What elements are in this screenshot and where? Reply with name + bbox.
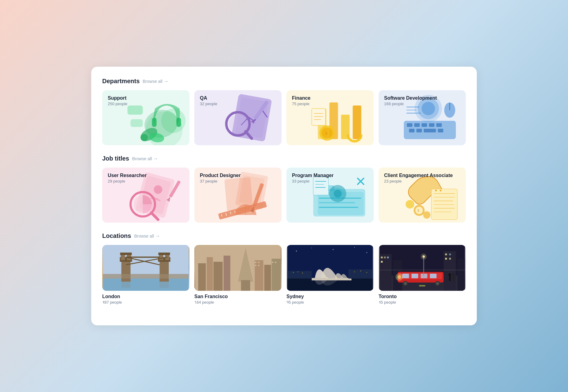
job-count-program-manager: 33 people — [292, 179, 334, 183]
svg-rect-25 — [312, 109, 326, 125]
svg-point-13 — [229, 115, 247, 133]
svg-rect-129 — [272, 262, 273, 263]
departments-browse-all[interactable]: Browse all → — [143, 79, 169, 84]
svg-rect-165 — [449, 258, 451, 260]
dept-card-finance[interactable]: Finance 75 people $ — [286, 90, 374, 145]
svg-rect-119 — [224, 256, 230, 291]
location-card-sydney[interactable]: Sydney 95 people — [286, 245, 374, 305]
svg-rect-160 — [444, 251, 456, 291]
svg-point-144 — [297, 272, 298, 272]
svg-rect-128 — [258, 265, 260, 266]
svg-rect-117 — [207, 257, 213, 291]
svg-point-177 — [398, 275, 401, 279]
job-titles-browse-all[interactable]: Browse all → — [132, 156, 158, 161]
svg-point-139 — [327, 277, 328, 279]
dept-name-finance: Finance — [292, 95, 310, 101]
job-card-program-manager[interactable]: Program Manager 33 people — [286, 168, 374, 223]
location-count-sydney: 95 people — [286, 300, 374, 305]
svg-rect-130 — [275, 262, 276, 263]
location-count-london: 487 people — [102, 300, 189, 305]
location-img-toronto — [379, 245, 466, 291]
departments-title: Departments — [102, 78, 140, 85]
svg-rect-33 — [429, 123, 435, 127]
locations-grid: London 487 people — [102, 245, 466, 305]
svg-point-135 — [354, 247, 355, 248]
svg-rect-121 — [241, 280, 250, 291]
svg-rect-156 — [381, 257, 383, 258]
svg-rect-112 — [103, 274, 189, 279]
location-img-san-francisco — [194, 245, 282, 291]
job-name-program-manager: Program Manager — [292, 172, 334, 178]
job-titles-grid: User Researcher 29 people — [102, 168, 466, 223]
svg-point-95 — [406, 200, 414, 209]
svg-point-7 — [141, 134, 148, 141]
job-card-user-researcher[interactable]: User Researcher 29 people — [102, 168, 189, 223]
location-label-toronto: Toronto 45 people — [379, 291, 466, 305]
location-name-sydney: Sydney — [286, 294, 374, 299]
svg-rect-31 — [414, 123, 420, 127]
location-card-london[interactable]: London 487 people — [102, 245, 189, 305]
svg-rect-103 — [120, 253, 132, 255]
svg-rect-98 — [103, 279, 189, 291]
svg-rect-182 — [449, 276, 451, 281]
svg-rect-20 — [353, 105, 361, 139]
departments-header: Departments Browse all → — [102, 78, 466, 85]
svg-rect-161 — [458, 259, 465, 291]
svg-rect-171 — [430, 274, 437, 278]
job-count-client-engagement: 23 people — [384, 179, 453, 183]
svg-point-185 — [452, 273, 455, 276]
location-card-toronto[interactable]: Toronto 45 people — [379, 245, 466, 305]
locations-browse-all[interactable]: Browse all → — [134, 233, 160, 239]
dept-name-support: Support — [108, 95, 127, 101]
dept-card-qa[interactable]: QA 32 people — [194, 90, 282, 145]
dept-count-finance: 75 people — [292, 102, 310, 106]
locations-browse-arrow: → — [155, 233, 160, 239]
svg-rect-36 — [417, 129, 422, 132]
svg-point-143 — [293, 272, 294, 273]
svg-rect-163 — [449, 253, 451, 255]
job-name-user-researcher: User Researcher — [108, 172, 147, 178]
job-card-client-engagement[interactable]: Client Engagement Associate 23 people — [379, 168, 466, 223]
svg-point-140 — [336, 277, 337, 279]
job-name-product-designer: Product Designer — [200, 172, 241, 178]
dept-count-qa: 32 people — [200, 102, 217, 106]
job-name-client-engagement: Client Engagement Associate — [384, 172, 453, 178]
location-card-san-francisco[interactable]: San Francisco 164 people — [194, 245, 282, 305]
svg-point-133 — [312, 248, 312, 248]
svg-rect-108 — [159, 253, 170, 255]
svg-rect-3 — [152, 118, 157, 127]
svg-rect-159 — [387, 257, 389, 258]
svg-rect-116 — [198, 263, 206, 291]
main-card: Departments Browse all → Support 250 peo… — [91, 67, 477, 325]
job-titles-browse-arrow: → — [153, 156, 158, 161]
location-img-sydney — [286, 245, 374, 291]
svg-point-91 — [440, 190, 442, 191]
svg-rect-164 — [445, 258, 447, 260]
svg-point-136 — [366, 252, 367, 253]
location-label-london: London 487 people — [102, 291, 189, 305]
svg-point-146 — [354, 272, 355, 272]
job-card-product-designer[interactable]: Product Designer 37 people — [194, 168, 282, 223]
svg-text:$: $ — [417, 209, 420, 213]
locations-section: Locations Browse all → — [102, 232, 466, 305]
svg-rect-126 — [258, 262, 260, 263]
svg-rect-37 — [424, 129, 436, 132]
location-count-san-francisco: 164 people — [194, 300, 282, 305]
location-label-sydney: Sydney 95 people — [286, 291, 374, 305]
svg-rect-169 — [412, 274, 418, 278]
location-count-toronto: 45 people — [379, 300, 466, 305]
svg-rect-30 — [407, 123, 413, 127]
svg-rect-38 — [438, 129, 443, 132]
svg-rect-35 — [409, 129, 415, 132]
svg-rect-141 — [287, 271, 312, 279]
departments-browse-arrow: → — [164, 79, 169, 84]
dept-card-support[interactable]: Support 250 people — [102, 90, 189, 145]
location-img-london — [102, 245, 189, 291]
svg-point-147 — [360, 271, 361, 272]
departments-section: Departments Browse all → Support 250 peo… — [102, 78, 466, 145]
svg-text:$: $ — [325, 131, 328, 136]
svg-rect-153 — [419, 285, 425, 287]
svg-point-145 — [302, 273, 303, 274]
dept-card-software-dev[interactable]: Software Development 168 people — [379, 90, 466, 145]
svg-rect-168 — [402, 274, 409, 278]
